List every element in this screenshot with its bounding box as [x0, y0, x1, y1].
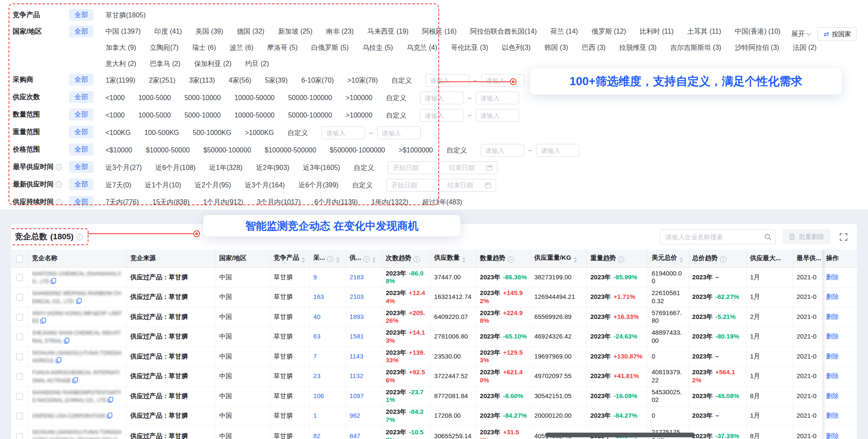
- filter-option[interactable]: 韩国 (3): [544, 42, 568, 53]
- copy-icon[interactable]: [107, 413, 112, 419]
- copy-icon[interactable]: [56, 357, 61, 363]
- filter-option[interactable]: 500-1000KG: [193, 127, 231, 138]
- buyers-count-link[interactable]: 7: [313, 353, 317, 360]
- row-checkbox[interactable]: [16, 413, 23, 419]
- buyers-count-link[interactable]: 23: [313, 372, 320, 379]
- filter-option[interactable]: 沙特阿拉伯 (3): [735, 42, 779, 53]
- fullscreen-icon[interactable]: [837, 231, 849, 243]
- buyers-count-link[interactable]: 1: [313, 412, 317, 419]
- filter-option[interactable]: 2家(251): [149, 75, 175, 86]
- filter-option[interactable]: 3个月内(1017): [257, 197, 301, 208]
- row-checkbox[interactable]: [16, 333, 23, 340]
- filter-option[interactable]: >$1000000: [399, 145, 433, 156]
- custom-range-max-input[interactable]: [481, 74, 525, 87]
- buyers-count-link[interactable]: 63: [313, 333, 320, 340]
- filter-option[interactable]: 法国 (2): [793, 42, 817, 53]
- filter-all-button[interactable]: 全部: [69, 9, 94, 21]
- delete-button[interactable]: 删除: [826, 313, 839, 320]
- sort-icon[interactable]: [372, 257, 376, 263]
- filter-option[interactable]: 近3个月(164): [245, 180, 285, 191]
- filter-option[interactable]: 4家(56): [228, 75, 251, 86]
- custom-range-max-input[interactable]: [377, 126, 421, 139]
- filter-custom-option[interactable]: 自定义: [288, 127, 308, 138]
- custom-range-min-input[interactable]: [322, 126, 365, 139]
- custom-range-max-input[interactable]: [476, 109, 519, 122]
- filter-option[interactable]: 近3年(1605): [303, 162, 340, 173]
- col-header-buyers[interactable]: 采...i: [310, 250, 346, 267]
- times-count-link[interactable]: 1893: [350, 313, 364, 320]
- filter-option[interactable]: 1家(1199): [106, 75, 135, 86]
- row-checkbox[interactable]: [16, 393, 23, 400]
- custom-range-min-input[interactable]: [481, 144, 524, 157]
- filter-option[interactable]: >100000: [345, 92, 372, 103]
- filter-all-button[interactable]: 全部: [69, 74, 94, 86]
- times-count-link[interactable]: 1581: [350, 333, 364, 340]
- delete-button[interactable]: 删除: [826, 412, 839, 419]
- filter-option[interactable]: 马来西亚 (19): [367, 26, 408, 37]
- filter-all-button[interactable]: 全部: [69, 109, 94, 121]
- filter-option[interactable]: 5000-10000: [184, 92, 220, 103]
- horizontal-scrollbar[interactable]: [545, 433, 695, 437]
- filter-option[interactable]: 近2年(903): [256, 162, 289, 173]
- delete-button[interactable]: 删除: [826, 273, 839, 281]
- filter-option[interactable]: 50000-100000: [288, 92, 332, 103]
- filter-option[interactable]: 摩洛哥 (5): [267, 42, 298, 53]
- filter-option[interactable]: $10000-50000: [146, 145, 190, 156]
- filter-all-button[interactable]: 全部: [69, 26, 94, 37]
- buyers-count-link[interactable]: 40: [313, 313, 320, 320]
- filter-option[interactable]: 比利时 (11): [640, 26, 674, 37]
- filter-option[interactable]: 巴西 (3): [582, 42, 605, 53]
- filter-option[interactable]: 乌拉圭 (5): [363, 42, 393, 53]
- filter-option[interactable]: >1000KG: [245, 127, 274, 138]
- filter-all-button[interactable]: 全部: [69, 196, 94, 208]
- delete-button[interactable]: 删除: [826, 392, 839, 399]
- sort-icon[interactable]: [574, 257, 577, 263]
- buyers-count-link[interactable]: 106: [313, 392, 324, 399]
- filter-all-button[interactable]: 全部: [69, 126, 94, 138]
- col-header-qty[interactable]: 供应数量: [431, 250, 477, 267]
- filter-option[interactable]: <$10000: [106, 145, 132, 156]
- sort-icon[interactable]: [302, 257, 305, 263]
- filter-option[interactable]: 近1个月(10): [145, 180, 181, 191]
- delete-button[interactable]: 删除: [826, 333, 839, 340]
- buyers-count-link[interactable]: 9: [313, 273, 317, 281]
- filter-option[interactable]: 近2个月(95): [195, 180, 231, 191]
- filter-option[interactable]: 印度 (41): [154, 26, 182, 37]
- copy-icon[interactable]: [51, 278, 56, 284]
- times-count-link[interactable]: 962: [350, 412, 360, 419]
- filter-option[interactable]: 新加坡 (25): [278, 26, 312, 37]
- filter-custom-option[interactable]: 自定义: [352, 180, 373, 191]
- filter-option[interactable]: 中国 (1397): [106, 26, 141, 37]
- filter-option[interactable]: 波兰 (6): [230, 42, 254, 53]
- filter-option[interactable]: 美国 (39): [196, 26, 223, 37]
- filter-option[interactable]: 15天内(838): [152, 197, 189, 208]
- select-all-checkbox[interactable]: [16, 255, 23, 262]
- copy-icon[interactable]: [40, 318, 46, 324]
- filter-option[interactable]: 1个月内(912): [203, 197, 243, 208]
- row-checkbox[interactable]: [16, 353, 23, 360]
- delete-button[interactable]: 删除: [826, 372, 839, 379]
- filter-all-button[interactable]: 全部: [69, 91, 94, 103]
- search-icon[interactable]: [764, 233, 771, 241]
- filter-option[interactable]: 白俄罗斯 (5): [311, 42, 349, 53]
- filter-option[interactable]: 哥伦比亚 (3): [451, 42, 488, 53]
- buyers-count-link[interactable]: 82: [313, 432, 320, 439]
- filter-option[interactable]: $50000-100000: [203, 145, 251, 156]
- times-count-link[interactable]: 1132: [350, 372, 363, 379]
- row-checkbox[interactable]: [16, 433, 23, 439]
- filter-option[interactable]: $100000-500000: [265, 145, 316, 156]
- filter-option[interactable]: 3家(113): [189, 75, 215, 86]
- copy-icon[interactable]: [72, 377, 78, 383]
- row-checkbox[interactable]: [16, 294, 23, 301]
- company-search[interactable]: [660, 229, 776, 244]
- filter-option[interactable]: 立陶宛(7): [150, 42, 179, 53]
- date-range-picker[interactable]: 开始日期→结束日期: [386, 179, 496, 192]
- filter-option[interactable]: 巴拿马 (2): [150, 58, 180, 69]
- col-header-usd[interactable]: 美元总价: [648, 250, 688, 267]
- times-count-link[interactable]: 2103: [350, 293, 364, 300]
- filter-option[interactable]: 瑞士 (6): [192, 42, 216, 53]
- filter-all-button[interactable]: 全部: [69, 143, 94, 155]
- custom-range-min-input[interactable]: [425, 74, 469, 87]
- filter-option[interactable]: 7天内(776): [106, 197, 139, 208]
- filter-option[interactable]: 以色列(3): [502, 42, 531, 53]
